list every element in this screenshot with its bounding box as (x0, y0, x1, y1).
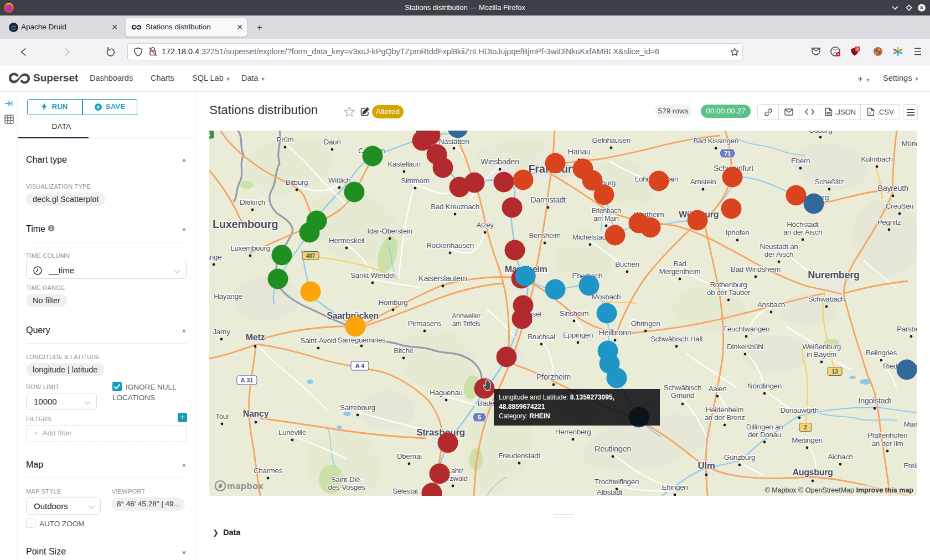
svg-text:Heilbronn: Heilbronn (599, 328, 632, 337)
svg-text:Kaiserslautern: Kaiserslautern (418, 274, 467, 283)
svg-text:Coburg: Coburg (809, 131, 832, 134)
svg-text:Nördlingen: Nördlingen (747, 382, 782, 390)
svg-text:Wittlich: Wittlich (328, 176, 351, 184)
svg-text:Eppingen: Eppingen (563, 331, 593, 339)
svg-text:2: 2 (804, 424, 807, 431)
svg-text:Reutlingen: Reutlingen (595, 444, 631, 453)
svg-text:Kastellaun: Kastellaun (388, 160, 421, 168)
svg-text:Augsburg: Augsburg (792, 468, 833, 477)
svg-text:Hermeskeil: Hermeskeil (329, 236, 364, 245)
svg-text:Sankt Wendel: Sankt Wendel (350, 271, 395, 279)
svg-text:Bitche: Bitche (394, 346, 413, 355)
svg-text:Lunéville: Lunéville (278, 428, 306, 437)
svg-text:A 31: A 31 (241, 377, 254, 383)
svg-text:Charmes: Charmes (254, 466, 283, 475)
svg-text:Neustadt an: Neustadt an (760, 242, 798, 251)
svg-text:Saint-Avold: Saint-Avold (301, 336, 337, 345)
svg-text:Prüm: Prüm (277, 136, 294, 144)
svg-text:am Main: am Main (593, 215, 619, 222)
svg-text:Michelstadt: Michelstadt (572, 233, 608, 241)
svg-text:Homburg: Homburg (379, 298, 408, 307)
svg-text:Arnstein: Arnstein (690, 178, 716, 186)
svg-text:Metz: Metz (246, 333, 265, 342)
svg-text:mapbox: mapbox (227, 481, 264, 491)
svg-text:Sinsheim: Sinsheim (560, 309, 589, 318)
svg-text:Daun: Daun (324, 138, 341, 146)
svg-text:Bensheim: Bensheim (529, 231, 560, 240)
svg-text:Ebern: Ebern (791, 157, 810, 165)
svg-text:Herrenberg: Herrenberg (555, 428, 591, 436)
svg-text:Nancy: Nancy (243, 409, 269, 418)
svg-text:Dillingen an: Dillingen an (746, 423, 783, 431)
svg-text:5: 5 (478, 414, 481, 421)
svg-text:Scheßlitz: Scheßlitz (815, 178, 844, 186)
svg-text:Kulmbach: Kulmbach (861, 155, 892, 163)
svg-text:Saint-Dié-: Saint-Dié- (331, 475, 363, 484)
svg-text:des-Vosges: des-Vosges (328, 483, 366, 491)
svg-text:Haguenau: Haguenau (430, 388, 462, 397)
svg-text:Annweiler: Annweiler (452, 312, 480, 320)
svg-text:Bayreuth: Bayreuth (877, 184, 908, 193)
svg-text:x: x (869, 111, 871, 115)
svg-text:Sélestat: Sélestat (392, 487, 418, 495)
svg-text:Pegnitz: Pegnitz (877, 218, 901, 226)
svg-text:Albstadt: Albstadt (597, 488, 623, 496)
svg-text:Luxembourg: Luxembourg (230, 244, 270, 252)
svg-text:Diekirch: Diekirch (240, 198, 265, 206)
svg-text:der Aisch: der Aisch (764, 250, 793, 258)
svg-text:Bitburg: Bitburg (286, 178, 308, 186)
svg-text:Freisi: Freisi (904, 462, 917, 470)
svg-text:Jarny: Jarny (213, 328, 230, 336)
svg-text:Nastätten: Nastätten (439, 137, 469, 146)
svg-text:Aichach: Aichach (828, 453, 853, 461)
svg-text:ange: ange (209, 253, 221, 261)
svg-text:71: 71 (724, 150, 731, 157)
svg-text:Schwäbisch Hall: Schwäbisch Hall (650, 335, 702, 343)
svg-text:Bad: Bad (674, 260, 686, 268)
svg-text:Öhringen: Öhringen (631, 319, 660, 328)
svg-text:Höchstadt: Höchstadt (787, 220, 819, 229)
svg-text:Meitingen: Meitingen (792, 436, 822, 444)
svg-text:Sarreguemines: Sarreguemines (338, 336, 386, 344)
svg-text:Hayange: Hayange (214, 292, 242, 300)
svg-text:Freudenstadt: Freudenstadt (498, 452, 540, 460)
svg-text:13: 13 (831, 369, 838, 375)
svg-text:Mosbach: Mosbach (592, 293, 621, 301)
svg-text:Pfaffenhofen: Pfaffenhofen (867, 431, 907, 439)
svg-text:Bruchsal: Bruchsal (528, 333, 555, 341)
svg-text:Hanau: Hanau (568, 147, 591, 156)
svg-text:Gelnhausen: Gelnhausen (592, 136, 630, 144)
svg-text:Günzburg: Günzburg (724, 453, 755, 462)
svg-text:A 4: A 4 (355, 362, 365, 369)
svg-text:der Donau: der Donau (748, 431, 781, 439)
svg-text:Creußen: Creußen (886, 202, 913, 210)
svg-text:Gmünd: Gmünd (671, 391, 694, 400)
svg-text:Idar-Oberstein: Idar-Oberstein (367, 227, 412, 235)
svg-text:Ingolstadt: Ingolstadt (858, 396, 891, 405)
svg-text:Toul: Toul (215, 412, 229, 421)
svg-text:2: 2 (856, 46, 859, 51)
svg-text:Buchen: Buchen (615, 260, 639, 268)
svg-text:Schwäbisch: Schwäbisch (664, 383, 701, 392)
svg-text:407: 407 (306, 253, 316, 259)
svg-text:Schwabach: Schwabach (808, 295, 845, 303)
svg-text:Obernai: Obernai (396, 452, 422, 460)
svg-text:an der Brenz: an der Brenz (704, 413, 745, 422)
svg-text:Luxembourg: Luxembourg (213, 218, 278, 230)
svg-text:Ansbach: Ansbach (757, 300, 785, 309)
svg-text:Heidenheim: Heidenheim (706, 406, 744, 414)
svg-text:Erlenbach: Erlenbach (591, 207, 621, 215)
svg-text:Dinkelsbühl: Dinkelsbühl (727, 343, 763, 351)
svg-text:Wiesbaden: Wiesbaden (480, 157, 519, 166)
svg-text:© Mapbox © OpenStreetMap Impro: © Mapbox © OpenStreetMap Improve this ma… (764, 486, 913, 494)
svg-text:Pirmasens: Pirmasens (408, 319, 442, 328)
svg-text:Iphofen: Iphofen (726, 229, 750, 237)
svg-text:Sarrebourg: Sarrebourg (340, 403, 375, 412)
svg-text:Ulm: Ulm (698, 460, 715, 471)
svg-text:an der Aisch: an der Aisch (783, 228, 822, 236)
svg-text:Bad Kreuznach: Bad Kreuznach (431, 203, 479, 211)
svg-text:Beilngries: Beilngries (866, 349, 897, 357)
svg-text:am Trifels: am Trifels (452, 320, 480, 328)
svg-text:Donauwörth: Donauwörth (780, 406, 818, 414)
svg-text:Bad Windsheim: Bad Windsheim (731, 265, 781, 273)
